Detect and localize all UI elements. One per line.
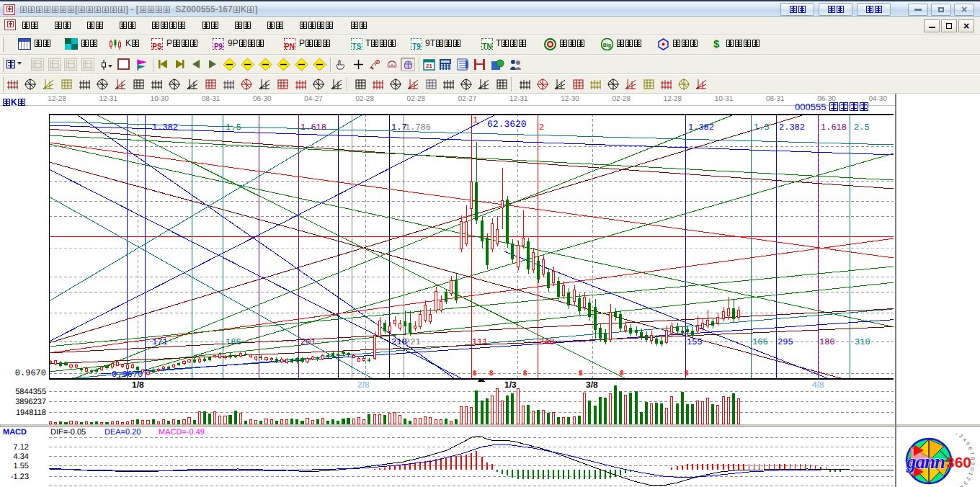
svg-text:02-27: 02-27 bbox=[458, 95, 477, 103]
svg-text:$: $ bbox=[523, 370, 527, 377]
svg-text:201: 201 bbox=[300, 337, 316, 347]
svg-text:DEA=0.20: DEA=0.20 bbox=[104, 428, 141, 437]
svg-text:2: 2 bbox=[966, 476, 971, 481]
svg-text:3/8: 3/8 bbox=[586, 380, 598, 390]
svg-text:$: $ bbox=[685, 370, 689, 377]
svg-text:10-30: 10-30 bbox=[151, 95, 169, 103]
svg-text:62.3620: 62.3620 bbox=[487, 119, 527, 130]
svg-text:1.5: 1.5 bbox=[754, 122, 770, 133]
svg-text:Big: Big bbox=[603, 43, 611, 48]
svg-text:3896237: 3896237 bbox=[15, 398, 46, 406]
svg-text:3: 3 bbox=[958, 434, 963, 439]
svg-text:2.382: 2.382 bbox=[779, 122, 805, 133]
svg-text:12-31: 12-31 bbox=[509, 95, 528, 103]
svg-text:111: 111 bbox=[472, 337, 488, 347]
svg-text:12-28: 12-28 bbox=[48, 95, 66, 103]
svg-text:12-28: 12-28 bbox=[664, 95, 682, 103]
svg-text:5844355: 5844355 bbox=[15, 388, 46, 396]
svg-text:04-30: 04-30 bbox=[868, 95, 887, 103]
svg-text:4: 4 bbox=[959, 484, 965, 487]
svg-text:4: 4 bbox=[962, 437, 968, 442]
svg-text:1: 1 bbox=[968, 472, 974, 476]
svg-text:1.382: 1.382 bbox=[152, 122, 178, 133]
svg-text:310: 310 bbox=[855, 337, 870, 347]
svg-text:02-28: 02-28 bbox=[355, 95, 374, 103]
svg-text:MACD: MACD bbox=[3, 428, 27, 437]
svg-text:MACD=-0.49: MACD=-0.49 bbox=[159, 428, 205, 437]
svg-text:10-31: 10-31 bbox=[715, 95, 734, 103]
svg-text:0.9670: 0.9670 bbox=[112, 370, 143, 380]
svg-text:1.786: 1.786 bbox=[405, 122, 431, 133]
svg-text:$: $ bbox=[489, 370, 494, 377]
svg-text:1948118: 1948118 bbox=[16, 408, 46, 417]
svg-text:221: 221 bbox=[405, 337, 421, 347]
svg-text:166: 166 bbox=[752, 337, 768, 347]
svg-text:1.55: 1.55 bbox=[14, 462, 29, 470]
svg-text:04-27: 04-27 bbox=[304, 95, 323, 103]
svg-text:02-28: 02-28 bbox=[612, 95, 631, 103]
svg-text:$: $ bbox=[620, 370, 624, 377]
svg-text:08-31: 08-31 bbox=[766, 95, 785, 103]
svg-text:3: 3 bbox=[963, 481, 968, 486]
svg-text:21: 21 bbox=[426, 63, 432, 69]
svg-text:1/8: 1/8 bbox=[132, 380, 144, 390]
svg-text:171: 171 bbox=[152, 337, 168, 347]
svg-text:-1.23: -1.23 bbox=[11, 473, 29, 481]
svg-text:295: 295 bbox=[778, 337, 793, 347]
svg-text:DIF=-0.05: DIF=-0.05 bbox=[50, 428, 86, 437]
svg-text:4.34: 4.34 bbox=[14, 452, 29, 461]
svg-text:4/8: 4/8 bbox=[812, 380, 824, 390]
svg-text:06-30: 06-30 bbox=[253, 95, 272, 103]
svg-text:1.5: 1.5 bbox=[226, 122, 241, 133]
svg-text:186: 186 bbox=[226, 337, 241, 347]
svg-text:248: 248 bbox=[539, 337, 555, 347]
svg-text:2/8: 2/8 bbox=[357, 380, 370, 390]
svg-text:1/3: 1/3 bbox=[504, 380, 517, 390]
svg-text:1: 1 bbox=[473, 115, 478, 125]
svg-text:2.5: 2.5 bbox=[854, 122, 870, 133]
svg-text:2: 2 bbox=[954, 434, 959, 436]
svg-text:360: 360 bbox=[946, 454, 971, 470]
svg-text:6: 6 bbox=[968, 446, 974, 451]
svg-text:0.9670: 0.9670 bbox=[15, 368, 46, 378]
svg-text:1.382: 1.382 bbox=[688, 122, 714, 133]
svg-text:7.12: 7.12 bbox=[14, 443, 29, 452]
svg-text:$: $ bbox=[579, 370, 583, 377]
svg-text:155: 155 bbox=[687, 337, 703, 347]
svg-text:5: 5 bbox=[965, 441, 971, 446]
svg-text:180: 180 bbox=[819, 337, 835, 347]
svg-text:12-31: 12-31 bbox=[99, 95, 117, 103]
svg-text:$: $ bbox=[473, 370, 477, 377]
svg-text:12-30: 12-30 bbox=[561, 95, 579, 103]
svg-text:08-31: 08-31 bbox=[202, 95, 220, 103]
svg-text:1.618: 1.618 bbox=[300, 122, 326, 133]
svg-text:02-28: 02-28 bbox=[407, 95, 426, 103]
svg-text:gann: gann bbox=[906, 451, 945, 473]
svg-text:1.618: 1.618 bbox=[821, 122, 847, 133]
svg-text:2: 2 bbox=[539, 122, 544, 133]
